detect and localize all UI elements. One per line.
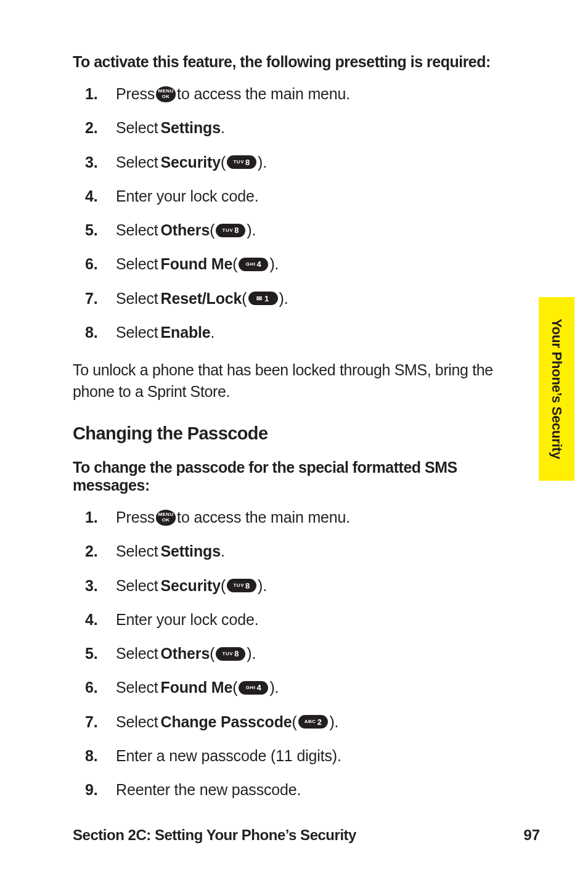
menu-name: Reset/Lock xyxy=(161,289,242,308)
key-digit: 4 xyxy=(257,684,262,692)
text: ). xyxy=(258,153,267,172)
key-sup: TUV xyxy=(233,583,244,588)
menu-name: Settings xyxy=(161,542,221,561)
menu-name: Security xyxy=(161,153,221,172)
intro-activate: To activate this feature, the following … xyxy=(73,53,515,71)
menu-name: Found Me xyxy=(161,678,233,697)
page-footer: Section 2C: Setting Your Phone’s Securit… xyxy=(73,827,540,844)
text: ( xyxy=(221,153,226,172)
step-3: Select Security ( TUV 8 ). xyxy=(85,153,515,172)
menu-name: Settings xyxy=(161,118,221,137)
text: Select xyxy=(116,255,158,274)
key-digit: 8 xyxy=(245,582,250,590)
text: Press xyxy=(116,508,155,527)
key-4-icon: GHI 4 xyxy=(239,258,268,271)
text: Select xyxy=(116,118,158,137)
text: Select xyxy=(116,678,158,697)
menu-name: Others xyxy=(161,221,210,240)
step-2: Select Settings . xyxy=(85,118,515,137)
menu-name: Others xyxy=(161,644,210,663)
key-label: MENU xyxy=(158,89,174,94)
text: Select xyxy=(116,153,158,172)
key-digit: 2 xyxy=(317,718,322,726)
menu-name: Security xyxy=(161,576,221,595)
menu-ok-key-icon: MENU OK xyxy=(156,510,176,526)
key-digit: 4 xyxy=(257,260,262,268)
text: ( xyxy=(232,255,237,274)
key-digit: 8 xyxy=(245,158,250,166)
key-8-icon: TUV 8 xyxy=(227,579,256,592)
text: Select xyxy=(116,221,158,240)
text: . xyxy=(211,323,215,342)
step-6: Select Found Me ( GHI 4 ). xyxy=(85,255,515,274)
text: Select xyxy=(116,542,158,561)
text: Select xyxy=(116,289,158,308)
text: Select xyxy=(116,576,158,595)
text: Enter your lock code. xyxy=(116,610,258,629)
text: Select xyxy=(116,713,158,732)
key-sup: GHI xyxy=(246,685,256,690)
key-sup: TUV xyxy=(233,160,244,165)
key-label: MENU xyxy=(158,512,174,517)
text: ). xyxy=(269,678,279,697)
text: Select xyxy=(116,323,158,342)
text: Press xyxy=(116,84,155,104)
text: ( xyxy=(210,221,214,240)
step-1: Press MENU OK to access the main menu. xyxy=(85,84,515,104)
text: . xyxy=(221,542,225,561)
text: Reenter the new passcode. xyxy=(116,780,301,799)
text: Enter a new passcode (11 digits). xyxy=(116,746,341,766)
menu-name: Change Passcode xyxy=(161,713,292,732)
text: ). xyxy=(279,289,288,308)
key-digit: 8 xyxy=(234,226,239,234)
text: Select xyxy=(116,644,158,663)
steps-activate: Press MENU OK to access the main menu. S… xyxy=(85,84,515,342)
intro-change: To change the passcode for the special f… xyxy=(73,459,515,494)
page-number: 97 xyxy=(524,827,540,844)
key-8-icon: TUV 8 xyxy=(216,224,245,237)
step-7: Select Reset/Lock ( ✉ 1 ). xyxy=(85,289,515,308)
key-label: OK xyxy=(162,518,170,523)
key-1-icon: ✉ 1 xyxy=(248,292,278,305)
step-7: Select Change Passcode ( ABC 2 ). xyxy=(85,713,515,732)
step-5: Select Others ( TUV 8 ). xyxy=(85,221,515,240)
text: ). xyxy=(269,255,279,274)
step-2: Select Settings . xyxy=(85,542,515,561)
text: ). xyxy=(247,644,256,663)
text: ( xyxy=(221,576,226,595)
step-6: Select Found Me ( GHI 4 ). xyxy=(85,678,515,697)
menu-name: Enable xyxy=(161,323,211,342)
text: ). xyxy=(329,713,338,732)
text: Enter your lock code. xyxy=(116,187,258,206)
text: ). xyxy=(258,576,267,595)
key-2-icon: ABC 2 xyxy=(298,715,329,729)
step-4: Enter your lock code. xyxy=(85,187,515,206)
step-8: Select Enable . xyxy=(85,323,515,342)
key-sup: TUV xyxy=(223,651,234,656)
key-digit: 1 xyxy=(264,295,269,303)
mail-icon: ✉ xyxy=(256,295,263,302)
text: ( xyxy=(210,644,214,663)
text: ( xyxy=(292,713,297,732)
key-sup: ABC xyxy=(304,719,316,724)
text: to access the main menu. xyxy=(177,84,350,104)
key-4-icon: GHI 4 xyxy=(239,681,268,695)
step-9: Reenter the new passcode. xyxy=(85,780,515,799)
key-8-icon: TUV 8 xyxy=(216,647,245,661)
key-label: OK xyxy=(162,94,170,99)
steps-change: Press MENU OK to access the main menu. S… xyxy=(85,508,515,799)
unlock-note: To unlock a phone that has been locked t… xyxy=(73,359,515,402)
key-8-icon: TUV 8 xyxy=(227,155,256,169)
step-3: Select Security ( TUV 8 ). xyxy=(85,576,515,595)
side-tab-label: Your Phone’s Security xyxy=(549,319,565,459)
menu-name: Found Me xyxy=(161,255,233,274)
subheading-change-passcode: Changing the Passcode xyxy=(73,423,515,444)
key-digit: 8 xyxy=(234,650,239,658)
key-sup: GHI xyxy=(246,262,256,267)
text: ). xyxy=(247,221,256,240)
step-5: Select Others ( TUV 8 ). xyxy=(85,644,515,663)
step-4: Enter your lock code. xyxy=(85,610,515,629)
step-8: Enter a new passcode (11 digits). xyxy=(85,746,515,766)
menu-ok-key-icon: MENU OK xyxy=(156,86,176,102)
side-tab: Your Phone’s Security xyxy=(539,297,574,481)
